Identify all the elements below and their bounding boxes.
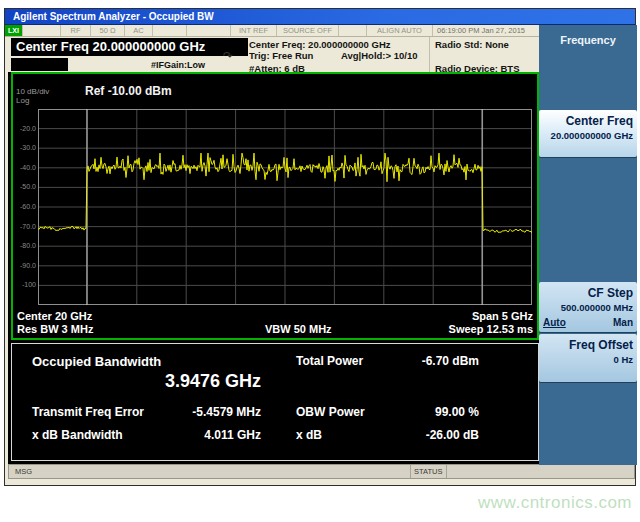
divider xyxy=(429,37,430,72)
cf-step-softkey[interactable]: CF Step 500.000000 MHz Auto Man xyxy=(539,282,637,332)
occupied-bandwidth-label: Occupied Bandwidth xyxy=(32,354,161,369)
active-function-box xyxy=(11,58,68,71)
scale-type-label: Log xyxy=(16,96,29,105)
cf-step-softkey-value: 500.000000 MHz xyxy=(543,302,633,313)
cf-step-auto-toggle[interactable]: Auto xyxy=(543,317,566,328)
avg-hold-setting: Avg|Hold:> 10/10 xyxy=(341,50,417,61)
spectrum-display: 10 dB/div Log Ref -10.00 dBm -20.0-30.0-… xyxy=(11,72,539,340)
trigger-setting: Trig: Free Run xyxy=(249,50,313,61)
status-cell-align: ALIGN AUTO xyxy=(367,25,433,36)
measurement-settings-bar: Center Freq 20.000000000 GHz #IFGain:Low… xyxy=(5,37,539,72)
radio-std-setting: Radio Std: None xyxy=(435,39,509,50)
cf-step-softkey-label: CF Step xyxy=(543,286,633,300)
window-title: Agilent Spectrum Analyzer - Occupied BW xyxy=(13,11,214,22)
sweep-annotation: Sweep 12.53 ms xyxy=(449,323,533,335)
total-power-label: Total Power xyxy=(296,354,363,368)
msg-cell: MSG xyxy=(9,465,411,478)
res-bw-annotation: Res BW 3 MHz xyxy=(17,323,93,335)
freq-offset-softkey-value: 0 Hz xyxy=(543,354,633,365)
xdb-bandwidth-label: x dB Bandwidth xyxy=(32,428,123,442)
app-window: Agilent Spectrum Analyzer - Occupied BW … xyxy=(4,8,636,486)
total-power-value: -6.70 dBm xyxy=(389,354,479,368)
active-function-readout: Center Freq 20.000000000 GHz xyxy=(11,38,248,56)
if-gain-label: #IFGain:Low xyxy=(151,60,205,70)
xdb-value: -26.00 dB xyxy=(389,428,479,442)
center-freq-softkey-value: 20.000000000 GHz xyxy=(543,130,633,141)
occupied-bandwidth-value: 3.9476 GHz xyxy=(107,371,261,392)
lxi-badge: LXI xyxy=(5,25,23,36)
status-cell-datetime: 06:19:00 PM Jan 27, 2015 xyxy=(433,25,539,36)
freq-offset-softkey[interactable]: Freq Offset 0 Hz xyxy=(539,334,637,382)
y-axis-label: -70.0 xyxy=(13,223,36,230)
y-axis-label: -60.0 xyxy=(13,203,36,210)
center-freq-annotation: Center 20 GHz xyxy=(17,310,92,322)
status-cell-blank xyxy=(339,25,367,36)
y-axis-label: -50.0 xyxy=(13,183,36,190)
display-region: 10 dB/div Log Ref -10.00 dBm -20.0-30.0-… xyxy=(8,72,539,464)
watermark: www.cntronics.com xyxy=(478,493,632,513)
status-cell-int-ref: INT REF xyxy=(231,25,277,36)
continuous-sweep-icon: ↷ xyxy=(223,49,233,63)
spectrum-trace-chart xyxy=(38,109,532,305)
status-cell-impedance: 50 Ω xyxy=(91,25,125,36)
center-freq-softkey-label: Center Freq xyxy=(543,114,633,128)
measurement-results-panel: Occupied Bandwidth 3.9476 GHz Transmit F… xyxy=(11,343,539,461)
status-cell-coupling: AC xyxy=(125,25,153,36)
y-axis-label: -30.0 xyxy=(13,144,36,151)
softkey-panel: Frequency Center Freq 20.000000000 GHz C… xyxy=(539,25,637,465)
y-axis-label: -80.0 xyxy=(13,242,36,249)
status-cell-blank xyxy=(23,25,61,36)
scale-per-div-label: 10 dB/div xyxy=(16,87,49,96)
y-axis-label: -90.0 xyxy=(13,262,36,269)
status-cell-source: SOURCE OFF xyxy=(277,25,339,36)
xdb-label: x dB xyxy=(296,428,322,442)
xdb-bandwidth-value: 4.011 GHz xyxy=(112,428,261,442)
cf-step-man-toggle[interactable]: Man xyxy=(613,317,633,328)
y-axis-label: -20.0 xyxy=(13,125,36,132)
transmit-freq-error-value: -5.4579 MHz xyxy=(112,405,261,419)
message-status-bar: MSG STATUS xyxy=(8,464,635,479)
softkey-menu-title: Frequency xyxy=(539,34,637,46)
status-cell-blank xyxy=(187,25,231,36)
center-freq-softkey[interactable]: Center Freq 20.000000000 GHz xyxy=(539,110,637,157)
ref-level-label: Ref -10.00 dBm xyxy=(85,84,172,98)
freq-offset-softkey-label: Freq Offset xyxy=(543,338,633,352)
status-cell-rf: RF xyxy=(61,25,91,36)
title-bar: Agilent Spectrum Analyzer - Occupied BW xyxy=(5,9,635,25)
instrument-status-strip: LXI RF 50 Ω AC INT REF SOURCE OFF ALIGN … xyxy=(5,25,539,37)
y-axis-label: -100 xyxy=(13,281,36,288)
status-cell-blank xyxy=(447,465,634,478)
vbw-annotation: VBW 50 MHz xyxy=(265,323,332,335)
span-annotation: Span 5 GHz xyxy=(472,310,533,322)
y-axis-label: -40.0 xyxy=(13,164,36,171)
obw-power-value: 99.00 % xyxy=(389,405,479,419)
status-cell-blank xyxy=(153,25,187,36)
status-cell: STATUS xyxy=(411,465,447,478)
graticule xyxy=(38,109,532,305)
center-freq-setting: Center Freq: 20.000000000 GHz xyxy=(249,39,391,50)
obw-power-label: OBW Power xyxy=(296,405,365,419)
page: Agilent Spectrum Analyzer - Occupied BW … xyxy=(0,0,640,522)
